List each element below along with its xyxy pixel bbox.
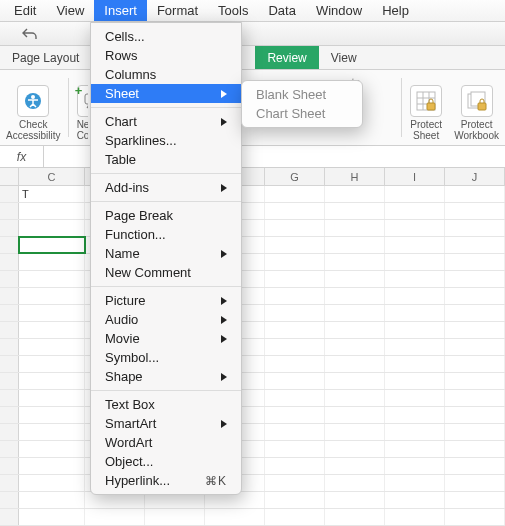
cell[interactable] [385, 322, 445, 338]
cell[interactable] [325, 203, 385, 219]
cell[interactable] [445, 492, 505, 508]
row-header[interactable] [0, 390, 19, 406]
cell[interactable] [445, 356, 505, 372]
menu-item-wordart[interactable]: WordArt [91, 433, 241, 452]
menu-item-new-comment[interactable]: New Comment [91, 263, 241, 282]
menu-insert[interactable]: Insert [94, 0, 147, 21]
menu-item-shape[interactable]: Shape [91, 367, 241, 386]
menu-item-sparklines[interactable]: Sparklines... [91, 131, 241, 150]
cell[interactable] [385, 475, 445, 491]
row-header[interactable] [0, 492, 19, 508]
col-header[interactable]: I [385, 168, 445, 185]
cell[interactable] [445, 373, 505, 389]
cell[interactable] [445, 237, 505, 253]
tab-review[interactable]: Review [255, 46, 318, 69]
cell[interactable] [385, 305, 445, 321]
menu-format[interactable]: Format [147, 0, 208, 21]
cell[interactable] [385, 237, 445, 253]
menu-item-text-box[interactable]: Text Box [91, 395, 241, 414]
menu-item-audio[interactable]: Audio [91, 310, 241, 329]
cell[interactable] [325, 186, 385, 202]
protect-sheet-button[interactable]: Protect Sheet [404, 70, 448, 145]
row-header[interactable] [0, 339, 19, 355]
row-header[interactable] [0, 305, 19, 321]
menu-item-columns[interactable]: Columns [91, 65, 241, 84]
row-header[interactable] [0, 356, 19, 372]
row-header[interactable] [0, 424, 19, 440]
tab-page-layout[interactable]: Page Layout [0, 46, 91, 69]
cell[interactable] [19, 356, 85, 372]
cell[interactable] [325, 322, 385, 338]
cell[interactable] [19, 390, 85, 406]
cell[interactable] [445, 322, 505, 338]
cell[interactable] [19, 458, 85, 474]
cell[interactable] [445, 305, 505, 321]
cell[interactable] [265, 356, 325, 372]
menu-item-page-break[interactable]: Page Break [91, 206, 241, 225]
col-header[interactable]: J [445, 168, 505, 185]
menu-item-cells[interactable]: Cells... [91, 27, 241, 46]
cell[interactable] [385, 441, 445, 457]
menu-item-movie[interactable]: Movie [91, 329, 241, 348]
cell[interactable] [445, 254, 505, 270]
cell[interactable] [325, 271, 385, 287]
cell[interactable] [19, 305, 85, 321]
cell[interactable] [385, 424, 445, 440]
menu-item-add-ins[interactable]: Add-ins [91, 178, 241, 197]
cell[interactable] [385, 390, 445, 406]
tab-view[interactable]: View [319, 46, 369, 69]
row-header[interactable] [0, 254, 19, 270]
cell[interactable] [265, 492, 325, 508]
cell[interactable] [445, 441, 505, 457]
col-header[interactable]: C [19, 168, 85, 185]
row-header[interactable] [0, 203, 19, 219]
cell[interactable] [265, 203, 325, 219]
cell[interactable] [325, 407, 385, 423]
row-header[interactable] [0, 407, 19, 423]
row-header[interactable] [0, 271, 19, 287]
cell[interactable] [265, 509, 325, 525]
cell[interactable] [85, 509, 145, 525]
menu-item-hyperlink[interactable]: Hyperlink...⌘K [91, 471, 241, 490]
row-header[interactable] [0, 475, 19, 491]
row-header[interactable] [0, 322, 19, 338]
menu-item-smartart[interactable]: SmartArt [91, 414, 241, 433]
cell[interactable] [325, 390, 385, 406]
fx-label[interactable]: fx [0, 146, 44, 167]
menu-tools[interactable]: Tools [208, 0, 258, 21]
col-header[interactable]: G [265, 168, 325, 185]
cell[interactable] [385, 492, 445, 508]
menu-item-chart[interactable]: Chart [91, 112, 241, 131]
row-header[interactable] [0, 441, 19, 457]
cell[interactable] [145, 509, 205, 525]
cell[interactable] [19, 424, 85, 440]
menu-view[interactable]: View [46, 0, 94, 21]
cell[interactable] [265, 254, 325, 270]
cell[interactable] [265, 305, 325, 321]
cell[interactable] [19, 441, 85, 457]
col-header[interactable]: H [325, 168, 385, 185]
menu-data[interactable]: Data [258, 0, 305, 21]
cell[interactable] [265, 424, 325, 440]
cell[interactable] [265, 458, 325, 474]
cell[interactable] [19, 475, 85, 491]
cell[interactable] [385, 509, 445, 525]
undo-icon[interactable] [22, 26, 38, 42]
cell[interactable] [445, 424, 505, 440]
cell[interactable] [385, 288, 445, 304]
menu-item-object[interactable]: Object... [91, 452, 241, 471]
cell[interactable] [385, 339, 445, 355]
cell[interactable] [445, 509, 505, 525]
check-accessibility-button[interactable]: Check Accessibility [0, 70, 66, 145]
row-header[interactable] [0, 509, 19, 525]
menu-item-name[interactable]: Name [91, 244, 241, 263]
cell[interactable] [19, 237, 85, 253]
cell[interactable] [19, 271, 85, 287]
row-header[interactable] [0, 288, 19, 304]
row-header[interactable] [0, 458, 19, 474]
cell[interactable] [385, 356, 445, 372]
cell[interactable] [19, 288, 85, 304]
cell[interactable] [385, 458, 445, 474]
cell[interactable] [325, 373, 385, 389]
row-header[interactable] [0, 237, 19, 253]
